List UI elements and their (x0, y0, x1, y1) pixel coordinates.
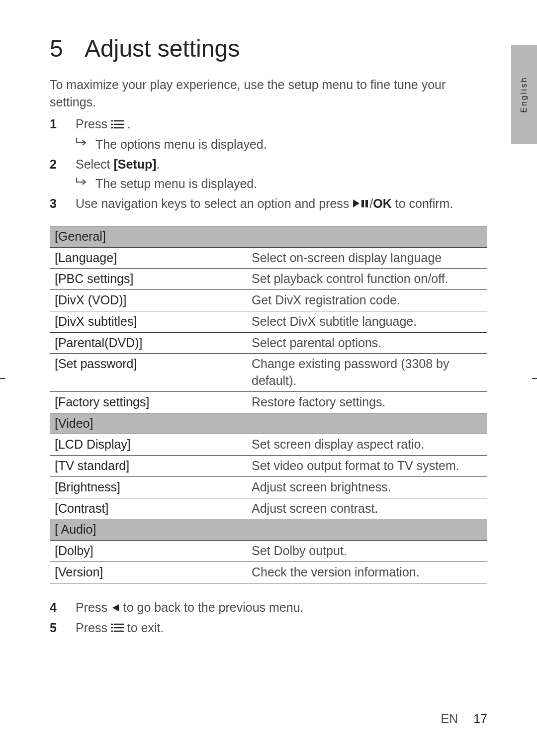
setting-label: [Language] (50, 247, 247, 269)
ok-label: OK (373, 196, 392, 210)
setting-description: Select parental options. (247, 332, 487, 354)
setting-label: [LCD Display] (50, 434, 247, 456)
setting-label: [DivX (VOD)] (50, 290, 247, 311)
svg-marker-6 (353, 199, 359, 207)
step-sub-text: The setup menu is displayed. (95, 175, 257, 193)
setting-description: Check the version information. (247, 562, 487, 583)
table-row: [Brightness]Adjust screen brightness. (50, 476, 487, 498)
table-section-header: [Video] (50, 413, 487, 434)
setting-description: Select DivX subtitle language. (247, 311, 487, 332)
table-section-header: [ Audio] (50, 519, 487, 541)
table-header-cell: [Video] (50, 413, 487, 434)
table-header-cell: [ Audio] (50, 519, 487, 541)
table-row: [Dolby]Set Dolby output. (50, 541, 487, 562)
setting-description: Change existing password (3308 by defaul… (247, 354, 487, 392)
table-row: [DivX subtitles]Select DivX subtitle lan… (50, 311, 487, 332)
step-3: 3 Use navigation keys to select an optio… (50, 194, 487, 214)
setting-label: [DivX subtitles] (50, 311, 247, 332)
setting-label: [Dolby] (50, 541, 247, 562)
table-row: [LCD Display]Set screen display aspect r… (50, 434, 487, 456)
step-5: 5 Press to exit. (50, 619, 487, 638)
setting-label: [Parental(DVD)] (50, 332, 247, 354)
table-row: [PBC settings]Set playback control funct… (50, 269, 487, 290)
table-row: [Contrast]Adjust screen contrast. (50, 498, 487, 519)
step-text: Press (76, 117, 111, 131)
setting-description: Set playback control function on/off. (247, 269, 487, 290)
setting-label: [Version] (50, 562, 247, 583)
step-sub-text: The options menu is displayed. (95, 135, 267, 154)
section-heading: 5Adjust settings (50, 35, 487, 62)
setting-label: [Contrast] (50, 498, 247, 519)
menu-list-icon (111, 619, 124, 638)
step-number: 4 (50, 598, 76, 618)
step-text: Press (76, 621, 111, 635)
footer-page-number: 17 (473, 712, 487, 726)
step-number: 3 (50, 194, 76, 214)
step-2: 2 Select [Setup]. The setup menu is disp… (50, 155, 487, 193)
table-row: [Parental(DVD)]Select parental options. (50, 332, 487, 354)
table-row: [Version]Check the version information. (50, 562, 487, 583)
svg-marker-9 (112, 604, 119, 611)
step-text: Use navigation keys to select an option … (76, 196, 353, 210)
setting-description: Adjust screen contrast. (247, 498, 487, 519)
section-number: 5 (50, 35, 85, 62)
setting-description: Get DivX registration code. (247, 290, 487, 311)
step-number: 2 (50, 155, 76, 193)
menu-list-icon (111, 116, 124, 135)
step-text: to go back to the previous menu. (120, 600, 304, 614)
setting-description: Restore factory settings. (247, 391, 487, 413)
step-1: 1 Press . The options menu is displayed. (50, 115, 487, 154)
table-header-cell: [General] (50, 226, 487, 247)
svg-rect-7 (361, 200, 364, 207)
step-text: Select (76, 157, 113, 171)
step-number: 1 (50, 115, 76, 154)
section-title-text: Adjust settings (85, 35, 240, 62)
setting-description: Adjust screen brightness. (247, 476, 487, 498)
step-text: to confirm. (392, 196, 453, 210)
result-arrow-icon (76, 175, 95, 193)
table-row: [Language]Select on-screen display langu… (50, 247, 487, 269)
step-4: 4 Press to go back to the previous menu. (50, 598, 487, 618)
footer-lang: EN (441, 712, 458, 726)
step-text: . (127, 117, 131, 131)
setting-description: Select on-screen display language (247, 247, 487, 269)
table-row: [TV standard]Set video output format to … (50, 456, 487, 477)
setting-label: [Set password] (50, 354, 247, 392)
setting-label: [PBC settings] (50, 269, 247, 290)
setting-label: [Factory settings] (50, 391, 247, 413)
setting-description: Set Dolby output. (247, 541, 487, 562)
play-pause-icon (353, 195, 369, 214)
step-text: . (157, 157, 160, 171)
table-section-header: [General] (50, 226, 487, 247)
step-bold: [Setup] (113, 157, 156, 171)
step-text: Press (76, 600, 111, 614)
step-number: 5 (50, 619, 76, 638)
setting-label: [TV standard] (50, 456, 247, 477)
svg-rect-8 (365, 200, 368, 207)
page-footer: EN 17 (441, 712, 488, 726)
table-row: [Factory settings]Restore factory settin… (50, 391, 487, 413)
table-row: [DivX (VOD)]Get DivX registration code. (50, 290, 487, 311)
steps-bottom: 4 Press to go back to the previous menu.… (50, 598, 487, 638)
settings-table: [General][Language]Select on-screen disp… (50, 226, 487, 583)
setting-description: Set video output format to TV system. (247, 456, 487, 477)
setting-label: [Brightness] (50, 476, 247, 498)
intro-text: To maximize your play experience, use th… (50, 76, 487, 111)
setting-description: Set screen display aspect ratio. (247, 434, 487, 456)
steps-top: 1 Press . The options menu is displayed.… (50, 115, 487, 214)
result-arrow-icon (76, 135, 95, 154)
left-triangle-icon (111, 599, 120, 618)
step-text: to exit. (124, 621, 164, 635)
table-row: [Set password]Change existing password (… (50, 354, 487, 392)
